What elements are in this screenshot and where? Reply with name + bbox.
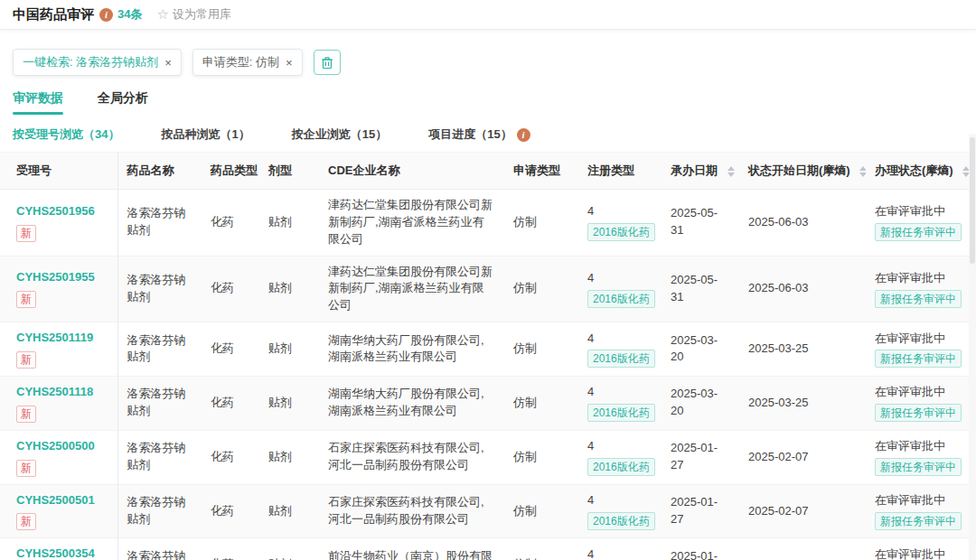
processing-status-cell: 在审评审批中 新报任务审评中 [866,484,976,538]
acceptance-cell: CYHS2500500 新 [0,430,117,484]
viewtab-by-variety[interactable]: 按品种浏览（1） [161,126,249,143]
viewtab-label: 按受理号浏览（34） [13,126,119,143]
acceptance-date-cell: 2025-01-18 [662,538,739,560]
registration-type-cell: 4 2016版化药 [578,190,662,257]
new-badge: 新 [16,225,36,242]
status-text: 在审评审批中 [875,331,967,348]
processing-status-cell: 在审评审批中 新报任务审评中 [866,538,976,560]
registration-number: 4 [587,331,652,348]
sort-icon [727,166,735,177]
company-cell: 前沿生物药业（南京）股份有限公司,... [319,538,504,560]
main-tabs: 审评数据 全局分析 [13,90,963,115]
acceptance-number-link[interactable]: CYHS2501118 [16,384,108,401]
status-date-cell: 2025-03-25 [739,322,866,377]
status-badge: 新报任务审评中 [875,290,962,308]
company-cell: 津药达仁堂集团股份有限公司新新制药厂,湖南省派格兰药业有限公司 [319,190,504,257]
filter-tag-search-label: 一键检索: 洛索洛芬钠贴剂 [23,54,158,70]
company-cell: 石家庄探索医药科技有限公司,河北一品制药股份有限公司 [319,430,504,484]
set-favorite-button[interactable]: ☆ 设为常用库 [156,6,230,23]
drug-type-cell: 化药 [202,430,259,484]
acceptance-cell: CYHS2501119 新 [0,322,117,377]
status-date-cell: 2025-03-25 [739,376,866,430]
registration-number: 4 [587,384,652,401]
company-cell: 湖南华纳大药厂股份有限公司,湖南派格兰药业有限公司 [319,322,504,377]
acceptance-date-cell: 2025-01-27 [662,484,739,538]
clear-filters-button[interactable] [314,50,341,75]
acceptance-number-link[interactable]: CYHS2500354 [16,546,108,560]
status-date-cell: 2025-02-07 [739,430,866,484]
col-application-type: 申请类型 [504,153,578,190]
acceptance-number-link[interactable]: CYHS2501119 [16,330,108,347]
status-badge: 新报任务审评中 [875,223,962,241]
close-icon[interactable]: × [164,57,172,69]
acceptance-date-cell: 2025-05-31 [662,190,739,257]
table-row: CYHS2501119 新 洛索洛芬钠贴剂 化药 贴剂 湖南华纳大药厂股份有限公… [0,322,976,377]
registration-type-cell: 4 2016版化药 [578,430,662,484]
dosage-form-cell: 贴剂 [259,256,319,322]
info-icon[interactable]: i [517,128,530,142]
filter-tag-application-type-label: 申请类型: 仿制 [202,54,279,70]
dosage-form-cell: 贴剂 [259,322,319,377]
col-status-start-date[interactable]: 状态开始日期(摩熵) [739,153,866,190]
trash-icon [321,56,333,70]
table-row: CYHS2501956 新 洛索洛芬钠贴剂 化药 贴剂 津药达仁堂集团股份有限公… [0,190,976,257]
acceptance-number-link[interactable]: CYHS2501955 [16,269,108,286]
tab-review-data[interactable]: 审评数据 [13,90,63,115]
registration-badge: 2016版化药 [587,290,655,308]
viewtab-by-acceptance-no[interactable]: 按受理号浏览（34） [13,126,119,143]
drug-name-cell: 洛索洛芬钠贴剂 [117,322,202,377]
acceptance-number-link[interactable]: CYHS2500501 [16,492,108,509]
review-table: 受理号 药品名称 药品类型 剂型 CDE企业名称 申请类型 注册类型 承办日期 … [0,152,976,560]
drug-type-cell: 化药 [202,190,259,257]
acceptance-cell: CYHS2501955 新 [0,256,117,322]
acceptance-date-cell: 2025-05-31 [662,256,739,322]
acceptance-cell: CYHS2501956 新 [0,190,117,257]
viewtab-label: 项目进度（15） [428,126,511,143]
col-acceptance-date[interactable]: 承办日期 [662,153,739,190]
application-type-cell: 仿制 [504,484,578,538]
drug-type-cell: 化药 [202,256,259,322]
status-text: 在审评审批中 [875,270,967,287]
registration-number: 4 [587,438,652,455]
status-badge: 新报任务审评中 [875,512,962,530]
title-bar: 中国药品审评 i 34条 ☆ 设为常用库 [0,0,976,30]
vertical-scrollbar[interactable] [969,134,976,560]
table-row: CYHS2500354 新 洛索洛芬钠贴剂 化药 贴剂 前沿生物药业（南京）股份… [0,538,976,560]
registration-badge: 2016版化药 [587,404,655,422]
record-count: 34条 [117,6,142,23]
acceptance-date-cell: 2025-03-20 [662,376,739,430]
drug-name-cell: 洛索洛芬钠贴剂 [117,484,202,538]
registration-number: 4 [587,492,652,509]
dosage-form-cell: 贴剂 [259,190,319,257]
col-label: 办理状态(摩熵) [875,163,953,177]
viewtab-by-company[interactable]: 按企业浏览（15） [292,126,387,143]
filter-tag-search: 一键检索: 洛索洛芬钠贴剂 × [13,49,182,76]
application-type-cell: 仿制 [504,376,578,430]
registration-badge: 2016版化药 [587,512,655,530]
status-date-cell: 2025-06-03 [739,256,866,322]
col-acceptance-no: 受理号 [0,153,117,190]
new-badge: 新 [16,291,36,308]
application-type-cell: 仿制 [504,190,578,257]
scrollbar-thumb[interactable] [970,137,975,264]
status-date-cell: 2025-06-03 [739,190,866,257]
drug-name-cell: 洛索洛芬钠贴剂 [117,190,202,257]
status-badge: 新报任务审评中 [875,458,962,476]
col-label: 承办日期 [671,163,718,177]
registration-badge: 2016版化药 [587,350,655,368]
company-cell: 湖南华纳大药厂股份有限公司,湖南派格兰药业有限公司 [319,376,504,430]
status-text: 在审评审批中 [875,492,967,509]
acceptance-number-link[interactable]: CYHS2501956 [16,203,108,220]
info-icon[interactable]: i [99,8,113,22]
viewtab-project-progress[interactable]: 项目进度（15） i [428,126,530,143]
drug-type-cell: 化药 [202,322,259,377]
close-icon[interactable]: × [286,57,293,69]
tab-global-analysis[interactable]: 全局分析 [98,90,148,115]
acceptance-cell: CYHS2501118 新 [0,376,117,430]
col-processing-status[interactable]: 办理状态(摩熵) [866,153,976,190]
drug-name-cell: 洛索洛芬钠贴剂 [117,430,202,484]
application-type-cell: 仿制 [504,256,578,322]
registration-number: 4 [587,203,652,220]
processing-status-cell: 在审评审批中 新报任务审评中 [866,430,976,484]
acceptance-number-link[interactable]: CYHS2500500 [16,438,108,455]
